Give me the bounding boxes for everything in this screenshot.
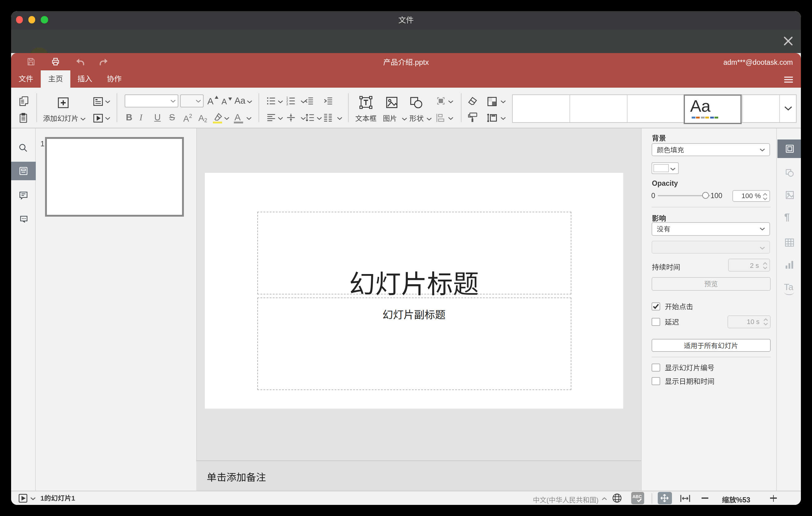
svg-text:3: 3	[286, 103, 288, 106]
svg-text:ABC: ABC	[633, 494, 642, 499]
